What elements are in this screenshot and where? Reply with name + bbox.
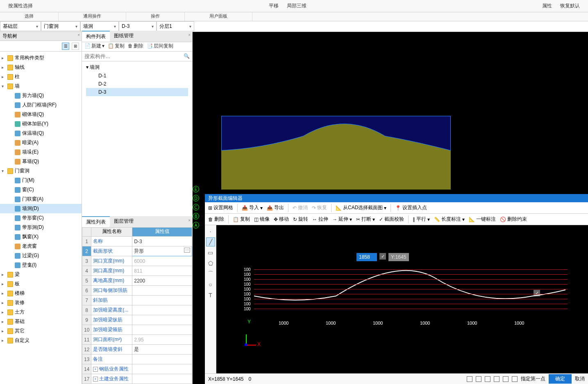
status-icon-5[interactable] — [503, 376, 509, 382]
editor-export[interactable]: 📤 导出 — [267, 204, 284, 211]
prop-row-17[interactable]: 17+ 土建业务属性 — [82, 374, 192, 384]
coord-x-input[interactable]: 1858 — [356, 253, 377, 261]
dropdown-category[interactable]: 门窗洞 — [41, 21, 80, 31]
tree-node-其它[interactable]: ▸其它 — [0, 326, 82, 336]
prop-row-9[interactable]: 9加强暗梁纵筋 — [82, 315, 192, 325]
editor-undo[interactable]: ↶ 撤消 — [293, 204, 308, 211]
comp-new-button[interactable]: 📄新建 ▾ — [84, 43, 104, 50]
comp-copy-button[interactable]: 📋复制 — [108, 43, 125, 50]
tree-node-装修[interactable]: ▸装修 — [0, 298, 82, 307]
coord-y-input[interactable]: Y:1645 — [388, 253, 409, 261]
component-item-D-2[interactable]: D-2 — [86, 80, 188, 88]
tree-node-老虎窗[interactable]: 老虎窗 — [0, 242, 82, 251]
component-item-D-1[interactable]: D-1 — [86, 72, 188, 80]
comp-floor-copy-button[interactable]: 📑层间复制 — [147, 43, 173, 50]
dropdown-layer[interactable]: 分层1 — [157, 21, 194, 31]
tree-node-基础[interactable]: ▸基础 — [0, 317, 82, 326]
tree-node-板[interactable]: ▸板 — [0, 279, 82, 289]
coord-x-check[interactable]: ✓ — [379, 253, 386, 260]
prop-row-4[interactable]: 4洞口高度(mm)811 — [82, 266, 192, 276]
tree-node-常用构件类型[interactable]: ▸常用构件类型 — [0, 53, 82, 63]
draw-circle[interactable]: ○ — [206, 280, 215, 289]
editor-delete[interactable]: 🗑 删除 — [208, 216, 224, 223]
viewport[interactable]: EDCBA 异形截面编辑器 ⊞ 设置网格 📥 导入 ▾ 📤 导出 ↶ 撤消 ↷ … — [193, 32, 588, 384]
property-panel-close[interactable]: × — [188, 218, 191, 223]
draw-line[interactable]: ╱ — [206, 237, 215, 246]
ribbon-pan[interactable]: 平移 — [269, 2, 279, 9]
prop-row-7[interactable]: 7斜加筋 — [82, 296, 192, 305]
draw-text[interactable]: T — [206, 291, 215, 300]
prop-row-1[interactable]: 1名称D-3 — [82, 237, 192, 246]
status-icon-2[interactable] — [476, 376, 481, 382]
tree-node-门联窗(A)[interactable]: 门联窗(A) — [0, 194, 82, 204]
editor-from-cad[interactable]: 📐 从CAD选择截面图 ▾ — [336, 204, 386, 211]
tree-node-人防门框墙(RF)[interactable]: 人防门框墙(RF) — [0, 100, 82, 110]
editor-redo[interactable]: ↷ 恢复 — [312, 204, 327, 211]
tree-node-壁龛(I)[interactable]: 壁龛(I) — [0, 260, 82, 270]
tree-node-飘窗(X)[interactable]: 飘窗(X) — [0, 232, 82, 242]
draw-arc[interactable]: ⌒ — [206, 269, 215, 278]
tree-node-土方[interactable]: ▸土方 — [0, 307, 82, 317]
nav-view-grid[interactable]: ⊞ — [72, 43, 79, 50]
draw-point[interactable]: · — [206, 227, 215, 236]
editor-stretch[interactable]: ↔ 拉伸 — [312, 216, 328, 223]
tab-component-list[interactable]: 构件列表 — [82, 31, 110, 42]
tree-node-墙垛(E)[interactable]: 墙垛(E) — [0, 147, 82, 157]
nav-tree-close[interactable]: × — [77, 33, 80, 37]
ribbon-reset-default[interactable]: 恢复默认 — [560, 2, 580, 9]
tree-node-轴线[interactable]: ▸轴线 — [0, 63, 82, 72]
editor-parallel[interactable]: ∥ 平行 ▾ — [413, 216, 430, 223]
editor-copy[interactable]: 📋 复制 — [233, 216, 250, 223]
tree-node-剪力墙(Q)[interactable]: 剪力墙(Q) — [0, 91, 82, 100]
comp-delete-button[interactable]: 🗑删除 — [128, 43, 143, 50]
tree-node-过梁(G)[interactable]: 过梁(G) — [0, 251, 82, 260]
prop-edit-button[interactable]: ⋯ — [184, 248, 190, 253]
prop-row-12[interactable]: 12是否随墙变斜是 — [82, 345, 192, 355]
editor-import[interactable]: 📥 导入 ▾ — [242, 204, 263, 211]
tree-node-带形洞(D)[interactable]: 带形洞(D) — [0, 223, 82, 232]
prop-row-2[interactable]: 2截面形状异形⋯ — [82, 246, 192, 256]
editor-mirror[interactable]: ◫ 镜像 — [254, 216, 270, 223]
dropdown-floor[interactable]: 基础层 — [0, 21, 41, 31]
tree-node-带形窗(C)[interactable]: 带形窗(C) — [0, 213, 82, 223]
prop-row-13[interactable]: 13备注 — [82, 355, 192, 364]
tree-node-墙[interactable]: ▾墙 — [0, 81, 82, 91]
tree-node-门(M)[interactable]: 门(M) — [0, 176, 82, 185]
prop-row-6[interactable]: 6洞口每侧加强筋 — [82, 286, 192, 296]
tree-node-暗梁(A)[interactable]: 暗梁(A) — [0, 138, 82, 147]
tree-node-窗(C)[interactable]: 窗(C) — [0, 185, 82, 194]
editor-extend[interactable]: → 延伸 ▾ — [332, 216, 352, 223]
draw-polygon[interactable]: ⬠ — [206, 259, 215, 268]
editor-delete-constraint[interactable]: 🚫 删除约束 — [500, 216, 527, 223]
tree-node-楼梯[interactable]: ▸楼梯 — [0, 289, 82, 298]
ribbon-properties[interactable]: 属性 — [542, 2, 552, 9]
editor-canvas[interactable]: · ╱ ▭ ⬠ ⌒ ○ T 1858 ✓ Y:1645 ✓ — [205, 225, 588, 373]
tree-node-幕墙(Q)[interactable]: 幕墙(Q) — [0, 157, 82, 166]
editor-dim-length[interactable]: 📏 长度标注 ▾ — [434, 216, 465, 223]
tree-node-保温墙(Q)[interactable]: 保温墙(Q) — [0, 129, 82, 138]
editor-move[interactable]: ✥ 移动 — [274, 216, 289, 223]
tree-node-墙洞(D)[interactable]: 墙洞(D) — [0, 204, 82, 213]
editor-rotate[interactable]: ↻ 旋转 — [293, 216, 308, 223]
tree-node-柱[interactable]: ▸柱 — [0, 72, 82, 81]
status-icon-6[interactable] — [512, 376, 518, 382]
prop-row-5[interactable]: 5离地高度(mm)2200 — [82, 276, 192, 286]
editor-auto-dim[interactable]: 📐 一键标注 — [469, 216, 496, 223]
tree-node-自定义[interactable]: ▸自定义 — [0, 336, 82, 345]
prop-row-8[interactable]: 8加强暗梁高度(... — [82, 305, 192, 315]
prop-row-14[interactable]: 14+ 钢筋业务属性 — [82, 364, 192, 374]
status-icon-1[interactable] — [467, 376, 472, 382]
tree-node-门窗洞[interactable]: ▾门窗洞 — [0, 166, 82, 176]
ribbon-local-3d[interactable]: 局部三维 — [287, 2, 306, 9]
status-icon-4[interactable] — [494, 376, 499, 382]
component-panel-close[interactable]: × — [188, 33, 191, 37]
editor-break[interactable]: ✂ 打断 ▾ — [356, 216, 375, 223]
component-search-input[interactable] — [82, 52, 181, 60]
dropdown-component[interactable]: D-3 — [119, 21, 157, 31]
component-item-D-3[interactable]: D-3 — [86, 88, 188, 96]
tab-drawing-manage[interactable]: 图纸管理 — [110, 31, 138, 42]
viewport-3d[interactable] — [193, 32, 588, 192]
cancel-button[interactable]: 取消 — [575, 375, 585, 382]
editor-set-insert[interactable]: 📍 设置插入点 — [395, 204, 427, 211]
prop-row-3[interactable]: 3洞口宽度(mm)6000 — [82, 256, 192, 266]
